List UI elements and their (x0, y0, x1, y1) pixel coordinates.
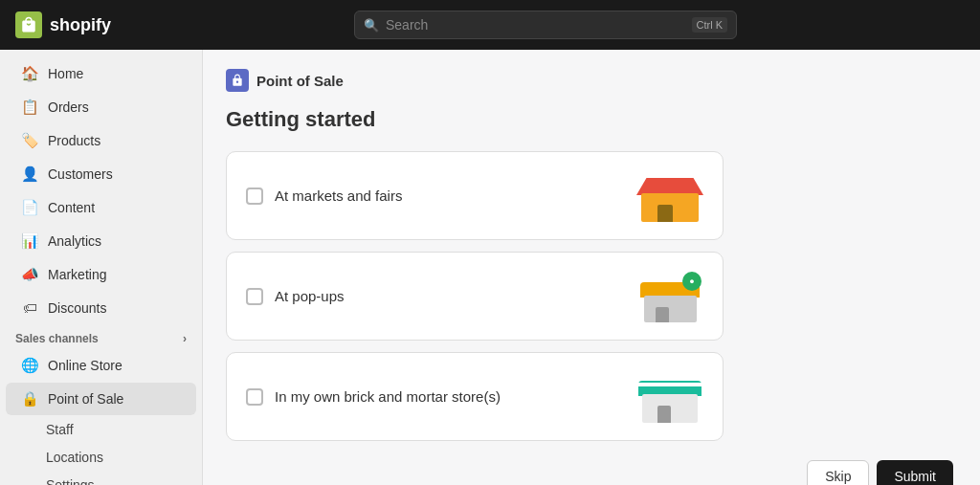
option-card-popups[interactable]: At pop-ups ● (226, 252, 724, 341)
checkbox-markets[interactable] (246, 187, 263, 205)
option-card-markets[interactable]: At markets and fairs (226, 151, 724, 240)
popups-label: At pop-ups (275, 288, 345, 304)
search-bar[interactable]: 🔍 Ctrl K (354, 11, 737, 39)
sidebar-item-customers[interactable]: 👤 Customers (6, 158, 196, 190)
markets-label: At markets and fairs (275, 187, 402, 204)
option-left: In my own brick and mortar store(s) (246, 388, 501, 406)
customers-icon: 👤 (21, 165, 38, 183)
sales-channels-chevron-icon: › (183, 332, 187, 345)
bm-door (657, 406, 671, 423)
search-shortcut: Ctrl K (692, 17, 728, 33)
sidebar-item-discounts[interactable]: 🏷 Discounts (6, 292, 196, 323)
layout: 🏠 Home 📋 Orders 🏷️ Products 👤 Customers … (0, 50, 980, 485)
submit-button[interactable]: Submit (877, 460, 953, 485)
popups-illustration: ● (636, 270, 703, 322)
brick-mortar-illustration (636, 370, 703, 423)
content-icon: 📄 (21, 199, 38, 216)
page-header: Point of Sale (226, 69, 957, 92)
locations-label: Locations (46, 450, 103, 465)
sales-channels-label: Sales channels (15, 332, 99, 345)
home-icon: 🏠 (21, 65, 38, 82)
bag-svg (20, 16, 37, 33)
markets-illustration (636, 169, 703, 222)
topbar: shopify 🔍 Ctrl K (0, 0, 980, 50)
sidebar-sub-item-settings[interactable]: Settings (6, 472, 196, 485)
staff-label: Staff (46, 422, 74, 437)
options-container: At markets and fairs At pop-ups (226, 151, 724, 441)
sidebar-item-label: Online Store (48, 358, 122, 373)
logo-text: shopify (50, 15, 111, 35)
search-icon: 🔍 (364, 18, 379, 33)
sidebar-item-label: Analytics (48, 233, 101, 249)
sidebar-item-label: Orders (48, 99, 89, 115)
settings-label: Settings (46, 477, 95, 485)
sidebar-item-label: Point of Sale (48, 391, 123, 407)
marketing-icon: 📣 (21, 266, 38, 283)
sidebar-item-label: Marketing (48, 267, 106, 282)
pos-header-icon (226, 69, 249, 92)
sidebar-item-label: Products (48, 133, 100, 148)
page-title: Point of Sale (256, 73, 344, 89)
sidebar-item-label: Content (48, 200, 95, 215)
sidebar-item-marketing[interactable]: 📣 Marketing (6, 258, 196, 291)
sidebar-sub-item-locations[interactable]: Locations (6, 444, 196, 471)
sidebar-item-home[interactable]: 🏠 Home (6, 57, 196, 90)
option-card-brick-mortar[interactable]: In my own brick and mortar store(s) (226, 352, 724, 441)
orders-icon: 📋 (21, 99, 38, 116)
sidebar-item-content[interactable]: 📄 Content (6, 191, 196, 224)
sales-channels-section: Sales channels › (0, 324, 202, 349)
shopify-bag-icon (15, 11, 42, 38)
lock-svg (231, 74, 244, 87)
sidebar-item-online-store[interactable]: 🌐 Online Store (6, 349, 196, 382)
sidebar-sub-item-staff[interactable]: Staff (6, 416, 196, 443)
popup-badge: ● (682, 272, 702, 291)
sidebar-item-label: Customers (48, 166, 113, 182)
sidebar-item-products[interactable]: 🏷️ Products (6, 124, 196, 157)
popup-base (644, 296, 697, 322)
getting-started-title: Getting started (226, 107, 957, 132)
sidebar: 🏠 Home 📋 Orders 🏷️ Products 👤 Customers … (0, 50, 203, 485)
products-icon: 🏷️ (21, 132, 38, 149)
option-left: At pop-ups (246, 288, 345, 305)
sidebar-item-orders[interactable]: 📋 Orders (6, 91, 196, 123)
main-content: Point of Sale Getting started At markets… (203, 50, 980, 485)
option-left: At markets and fairs (246, 187, 402, 205)
sidebar-item-label: Home (48, 66, 83, 81)
skip-button[interactable]: Skip (807, 460, 869, 485)
checkbox-brick-mortar[interactable] (246, 388, 263, 406)
sidebar-item-label: Discounts (48, 300, 106, 316)
brick-mortar-label: In my own brick and mortar store(s) (275, 388, 501, 405)
stall-door (657, 205, 673, 222)
bm-awning-stripe (638, 383, 702, 386)
sidebar-item-point-of-sale[interactable]: 🔒 Point of Sale (6, 383, 196, 415)
popup-door (656, 307, 669, 322)
bottom-actions: Skip Submit (226, 460, 957, 485)
point-of-sale-icon: 🔒 (21, 390, 38, 408)
search-input[interactable] (354, 11, 737, 39)
online-store-icon: 🌐 (21, 357, 38, 374)
analytics-icon: 📊 (21, 232, 38, 250)
sidebar-item-analytics[interactable]: 📊 Analytics (6, 225, 196, 257)
checkbox-popups[interactable] (246, 288, 263, 305)
logo[interactable]: shopify (15, 11, 111, 38)
discounts-icon: 🏷 (21, 299, 38, 316)
